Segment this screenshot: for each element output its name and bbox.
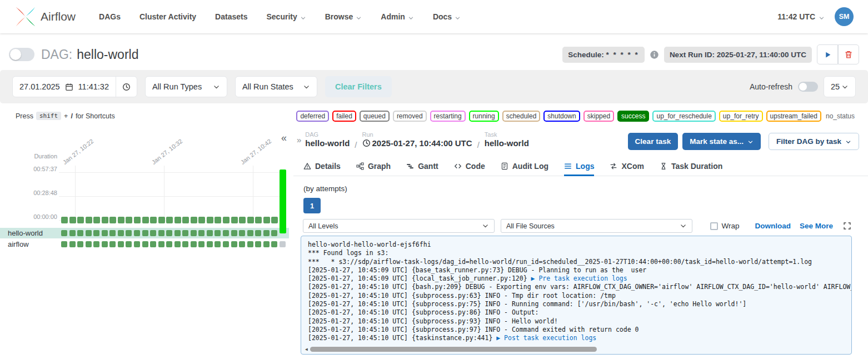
task-instance-square[interactable] (86, 241, 92, 247)
task-instance-square[interactable] (142, 230, 148, 236)
info-icon[interactable] (650, 50, 659, 59)
wrap-checkbox[interactable] (710, 222, 718, 230)
task-instance-square[interactable] (166, 241, 172, 247)
scrollbar-thumb[interactable] (310, 347, 597, 352)
run-duration-bar[interactable] (61, 217, 68, 223)
log-group-link[interactable]: ▶ Post task execution logs (496, 334, 596, 342)
task-instance-square[interactable] (109, 230, 116, 236)
run-duration-bar[interactable] (247, 217, 254, 223)
legend-badge-skipped[interactable]: skipped (583, 111, 614, 122)
task-instance-square[interactable] (214, 230, 221, 236)
tab-graph[interactable]: Graph (356, 158, 391, 176)
time-value[interactable]: 11:41:32 (78, 82, 109, 91)
run-duration-bar[interactable] (102, 217, 108, 223)
nav-item-security[interactable]: Security (266, 12, 306, 21)
task-instance-square[interactable] (191, 241, 197, 247)
task-instance-square[interactable] (150, 241, 156, 247)
task-instance-square[interactable] (150, 230, 156, 236)
run-states-select[interactable]: All Run States (235, 76, 317, 97)
task-row-label[interactable]: hello-world (8, 229, 43, 237)
run-duration-bar[interactable] (214, 217, 221, 223)
nav-item-browse[interactable]: Browse (325, 12, 362, 21)
run-duration-bar[interactable] (69, 217, 76, 223)
task-instance-square[interactable] (93, 230, 99, 236)
mark-state-button[interactable]: Mark state as... (682, 133, 761, 150)
download-link[interactable]: Download (755, 222, 791, 230)
task-instance-square[interactable] (207, 230, 213, 236)
task-instance-square[interactable] (77, 241, 83, 247)
run-duration-bar[interactable] (166, 217, 173, 223)
task-instance-square[interactable] (247, 241, 253, 247)
task-instance-square[interactable] (109, 241, 116, 247)
expand-panel-icon[interactable]: » (297, 131, 300, 144)
run-types-select[interactable]: All Run Types (145, 76, 227, 97)
log-group-link[interactable]: ▶ Pre task execution logs (531, 275, 627, 282)
task-instance-square[interactable] (102, 230, 108, 236)
auto-refresh-toggle[interactable] (798, 82, 818, 92)
task-instance-square[interactable] (134, 230, 140, 236)
legend-badge-restarting[interactable]: restarting (430, 111, 466, 122)
task-instance-square[interactable] (126, 230, 132, 236)
run-duration-bar[interactable] (109, 217, 116, 223)
task-instance-square[interactable] (263, 241, 270, 247)
date-value[interactable]: 27.01.2025 (19, 82, 60, 91)
tab-xcom[interactable]: XCom (610, 158, 643, 176)
task-instance-square[interactable] (126, 241, 132, 247)
task-row-label[interactable]: airflow (8, 240, 29, 248)
legend-badge-queued[interactable]: queued (360, 111, 390, 122)
run-duration-bar[interactable] (239, 217, 246, 223)
task-instance-square[interactable] (255, 230, 261, 236)
legend-badge-no_status[interactable]: no_status (825, 112, 856, 121)
nav-item-datasets[interactable]: Datasets (215, 12, 247, 21)
task-instance-square[interactable] (166, 230, 172, 236)
task-instance-square[interactable] (142, 241, 148, 247)
legend-badge-up_for_retry[interactable]: up_for_retry (719, 111, 763, 122)
see-more-link[interactable]: See More (800, 222, 833, 230)
file-source-select[interactable]: All File Sources (501, 219, 692, 233)
run-duration-bar[interactable] (198, 217, 205, 223)
tab-audit-log[interactable]: Audit Log (501, 158, 548, 176)
fullscreen-icon[interactable] (843, 222, 851, 230)
nav-item-docs[interactable]: Docs (433, 12, 461, 21)
legend-badge-deferred[interactable]: deferred (296, 111, 329, 122)
task-instance-square[interactable] (223, 241, 229, 247)
run-duration-bar[interactable] (223, 217, 230, 223)
task-instance-square[interactable] (77, 230, 83, 236)
task-instance-square[interactable] (118, 241, 124, 247)
task-instance-square[interactable] (61, 241, 67, 247)
airflow-brand[interactable]: Airflow (14, 6, 76, 28)
clear-task-button[interactable]: Clear task (628, 133, 679, 150)
user-avatar[interactable]: SM (835, 7, 854, 26)
legend-badge-upstream_failed[interactable]: upstream_failed (766, 111, 821, 122)
running-run-bar[interactable] (280, 169, 286, 233)
run-duration-bar[interactable] (271, 217, 278, 223)
task-instance-square[interactable] (102, 241, 108, 247)
tab-details[interactable]: Details (303, 158, 341, 176)
task-instance-square[interactable] (239, 241, 245, 247)
delete-dag-button[interactable] (838, 44, 859, 64)
task-instance-square[interactable] (280, 241, 286, 247)
task-instance-square[interactable] (231, 230, 237, 236)
scroll-left-icon[interactable]: ◀ (305, 347, 308, 352)
task-instance-square[interactable] (198, 241, 204, 247)
task-instance-square[interactable] (271, 241, 277, 247)
run-duration-bar[interactable] (207, 217, 213, 223)
run-duration-bar[interactable] (93, 217, 100, 223)
date-time-picker[interactable]: 27.01.2025 11:41:32 (12, 76, 137, 97)
task-instance-square[interactable] (86, 230, 92, 236)
task-instance-square[interactable] (207, 241, 213, 247)
task-instance-square[interactable] (158, 230, 164, 236)
run-duration-bar[interactable] (174, 217, 181, 223)
run-duration-bar[interactable] (126, 217, 132, 223)
task-instance-square[interactable] (263, 230, 270, 236)
nav-item-admin[interactable]: Admin (381, 12, 414, 21)
task-instance-square[interactable] (69, 230, 76, 236)
tab-code[interactable]: Code (454, 158, 485, 176)
run-duration-bar[interactable] (255, 217, 262, 223)
task-instance-square[interactable] (182, 241, 188, 247)
run-duration-bar[interactable] (118, 217, 124, 223)
clear-filters-button[interactable]: Clear Filters (325, 76, 392, 97)
task-instance-square[interactable] (214, 241, 221, 247)
task-instance-square[interactable] (118, 230, 124, 236)
legend-badge-removed[interactable]: removed (393, 111, 427, 122)
